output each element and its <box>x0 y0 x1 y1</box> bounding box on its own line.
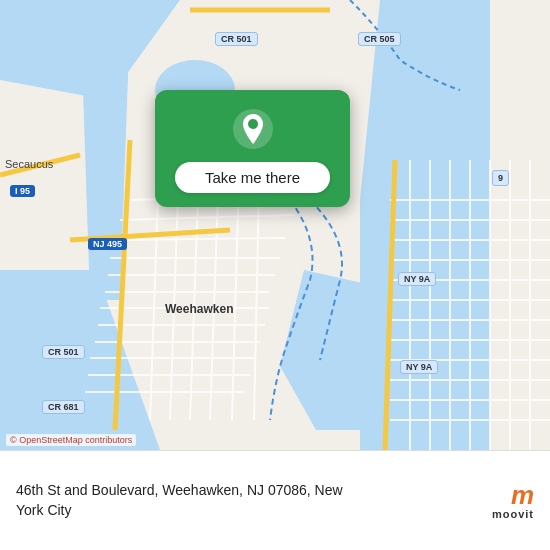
svg-line-41 <box>385 160 395 450</box>
moovit-logo-letter: m <box>511 482 534 508</box>
road-label-ny9a-bottom: NY 9A <box>400 360 438 374</box>
road-label-i95: I 95 <box>10 185 35 197</box>
location-pin-icon <box>232 108 274 150</box>
terrain <box>0 0 550 450</box>
address-container: 46th St and Boulevard, Weehawken, NJ 070… <box>16 481 476 520</box>
area-label-secaucus: Secaucus <box>5 158 53 170</box>
road-label-cr501-top: CR 501 <box>215 32 258 46</box>
svg-line-1 <box>120 215 295 220</box>
map-view: CR 501 CR 505 I 95 NJ 495 CR 501 CR 681 … <box>0 0 550 450</box>
street-grid <box>0 0 550 450</box>
area-label-weehawken: Weehawken <box>165 302 233 316</box>
svg-point-43 <box>248 119 258 129</box>
road-label-ny9a-top: NY 9A <box>398 272 436 286</box>
address-line1: 46th St and Boulevard, Weehawken, NJ 070… <box>16 482 343 498</box>
osm-credit: © OpenStreetMap contributors <box>6 434 136 446</box>
road-label-cr501-bottom: CR 501 <box>42 345 85 359</box>
svg-line-39 <box>115 140 130 430</box>
location-popup: Take me there <box>155 90 350 207</box>
address-text: 46th St and Boulevard, Weehawken, NJ 070… <box>16 481 476 520</box>
take-me-there-button[interactable]: Take me there <box>175 162 330 193</box>
svg-line-2 <box>115 238 285 240</box>
moovit-logo-name: moovit <box>492 508 534 520</box>
road-label-cr505: CR 505 <box>358 32 401 46</box>
address-line2: York City <box>16 502 72 518</box>
moovit-logo: m moovit <box>492 482 534 520</box>
info-bar: 46th St and Boulevard, Weehawken, NJ 070… <box>0 450 550 550</box>
road-label-nj495: NJ 495 <box>88 238 127 250</box>
road-label-9: 9 <box>492 170 509 186</box>
road-label-cr681: CR 681 <box>42 400 85 414</box>
